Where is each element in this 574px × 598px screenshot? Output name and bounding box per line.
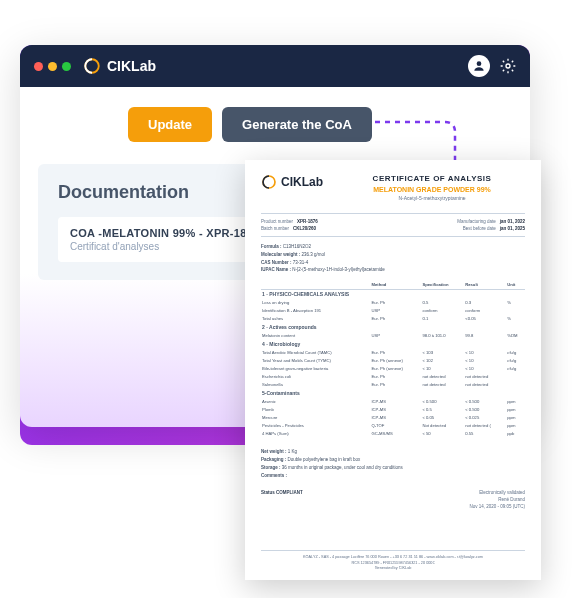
coa-cert-title: CERTIFICATE OF ANALYSIS [339, 174, 525, 183]
svg-point-2 [506, 64, 510, 68]
coa-table: MethodSpecificationResultUnit 1 - PHYSIC… [261, 280, 525, 438]
coa-signature: Status COMPLIANT Electronically validate… [261, 490, 525, 510]
coa-brand-text: CIKLab [281, 175, 323, 189]
window-header: CIKLab [20, 45, 530, 87]
app-brand: CIKLab [83, 57, 156, 75]
brand-logo-icon [83, 57, 101, 75]
user-avatar[interactable] [468, 55, 490, 77]
minimize-dot[interactable] [48, 62, 57, 71]
coa-subtitle: N-Acetyl-5-methoxytryptamine [339, 195, 525, 201]
coa-brand: CIKLab [261, 174, 323, 190]
close-dot[interactable] [34, 62, 43, 71]
coa-status-value: COMPLIANT [276, 490, 303, 495]
window-controls[interactable] [34, 62, 71, 71]
maximize-dot[interactable] [62, 62, 71, 71]
coa-bottom-info: Net weight : 1 KgPackaging : Double poly… [261, 448, 525, 480]
coa-info: Formula : C13H16N2O2Molecular weight : 2… [261, 243, 525, 274]
coa-meta: Product numberXPR-1876Batch numberCKL20/… [261, 213, 525, 237]
brand-text: CIKLab [107, 58, 156, 74]
settings-gear-icon[interactable] [500, 58, 516, 74]
coa-product-title: MELATONIN GRADE POWDER 99% [339, 186, 525, 193]
generate-coa-button[interactable]: Generate the CoA [222, 107, 372, 142]
user-icon [472, 59, 486, 73]
coa-document: CIKLab CERTIFICATE OF ANALYSIS MELATONIN… [245, 160, 541, 580]
update-button[interactable]: Update [128, 107, 212, 142]
coa-status-label: Status [261, 490, 275, 495]
svg-point-1 [477, 61, 482, 66]
coa-brand-icon [261, 174, 277, 190]
coa-footer: KOALYZ - SAS - 4 passage Lucifère 76 000… [261, 550, 525, 572]
